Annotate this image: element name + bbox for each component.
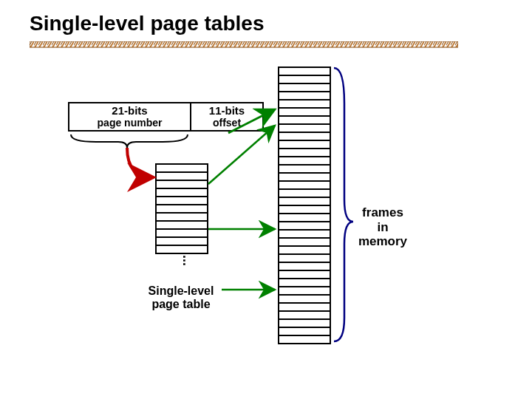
page-table-row (157, 238, 207, 246)
memory-row (279, 92, 330, 100)
memory-row (279, 336, 330, 344)
memory-frames (278, 66, 331, 344)
memory-row (279, 206, 330, 214)
page-table-label-line1: Single-level (149, 284, 214, 297)
arrows-overlay (0, 0, 532, 399)
memory-row (279, 141, 330, 149)
page-bits-label: 21-bits (72, 105, 187, 117)
memory-row (279, 174, 330, 182)
memory-row (279, 263, 330, 271)
memory-row (279, 190, 330, 198)
memory-row (279, 271, 330, 279)
page-table-row (157, 189, 207, 197)
memory-row (279, 239, 330, 247)
memory-brace (334, 68, 353, 341)
memory-row (279, 84, 330, 92)
memory-row (279, 328, 330, 336)
memory-row (279, 247, 330, 255)
offset-bits-label: 11-bits (194, 105, 259, 117)
memory-label-line2: in (377, 220, 388, 234)
slide-title: Single-level page tables (30, 12, 264, 35)
memory-row (279, 231, 330, 239)
memory-row (279, 222, 330, 231)
memory-row (279, 76, 330, 84)
memory-row (279, 287, 330, 296)
memory-row (279, 296, 330, 304)
translate-arrow (208, 126, 275, 184)
title-divider (30, 41, 458, 49)
memory-label-line1: frames (362, 205, 403, 219)
memory-row (279, 198, 330, 206)
offset-label: offset (194, 117, 259, 129)
page-table (155, 163, 208, 254)
memory-row (279, 304, 330, 312)
memory-row (279, 68, 330, 76)
memory-row (279, 133, 330, 141)
page-table-label: Single-level page table (133, 284, 229, 310)
memory-row (279, 279, 330, 287)
offset-cell: 11-bits offset (191, 103, 262, 130)
memory-row (279, 109, 330, 117)
virtual-address-box: 21-bits page number 11-bits offset (68, 102, 264, 132)
memory-row (279, 157, 330, 166)
memory-row (279, 214, 330, 222)
page-table-row (157, 181, 207, 189)
memory-row (279, 182, 330, 190)
page-table-row (157, 205, 207, 214)
lookup-arrow (127, 148, 154, 177)
page-table-row (157, 165, 207, 173)
svg-rect-3 (30, 41, 458, 47)
memory-row (279, 255, 330, 263)
memory-row (279, 117, 330, 125)
page-table-row (157, 246, 207, 254)
page-number-label: page number (72, 117, 187, 129)
page-table-label-line2: page table (151, 298, 210, 310)
memory-row (279, 320, 330, 328)
page-number-brace (71, 134, 188, 148)
memory-row (279, 149, 330, 157)
page-table-row (157, 230, 207, 238)
page-table-ellipsis: ··· (177, 255, 191, 266)
page-table-row (157, 222, 207, 230)
memory-label: frames in memory (353, 205, 412, 249)
page-table-row (157, 173, 207, 181)
page-table-row (157, 197, 207, 205)
memory-row (279, 312, 330, 320)
page-table-row (157, 214, 207, 222)
page-number-cell: 21-bits page number (69, 103, 191, 130)
memory-label-line3: memory (358, 234, 407, 248)
memory-row (279, 166, 330, 174)
memory-row (279, 100, 330, 109)
memory-row (279, 125, 330, 133)
